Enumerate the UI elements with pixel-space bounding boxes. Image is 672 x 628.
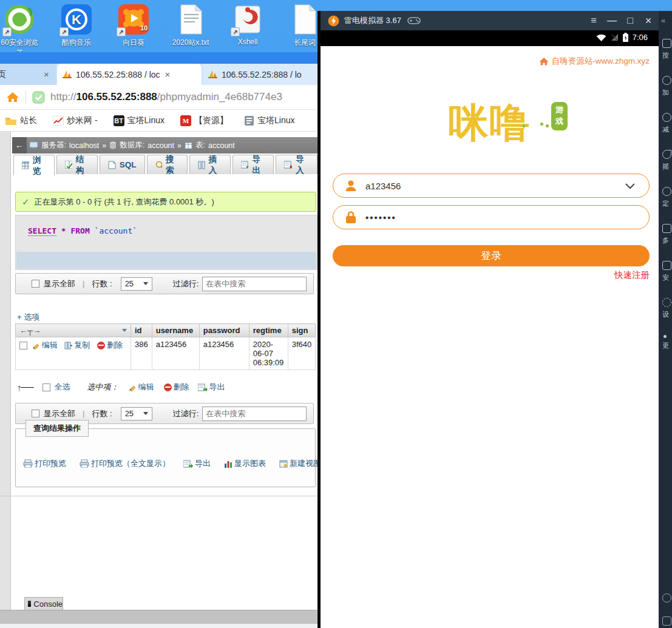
print-preview-link[interactable]: 打印预览 xyxy=(23,458,66,469)
sidebar-item-settings[interactable]: 设 xyxy=(662,298,672,319)
row-checkbox[interactable] xyxy=(19,342,27,349)
close-icon[interactable]: × xyxy=(44,69,49,79)
breadcrumb-table-link[interactable]: account xyxy=(208,141,235,150)
bookmark-baota-linux[interactable]: 宝塔Linux xyxy=(244,115,294,126)
window-minimize-button[interactable]: — xyxy=(603,15,621,26)
sidebar-item-multi-instance[interactable]: 多 xyxy=(662,224,672,245)
bookmark-bt-linux[interactable]: BT 宝塔Linux xyxy=(114,115,165,126)
filter-rows-input[interactable] xyxy=(202,277,307,291)
export-icon xyxy=(198,383,208,391)
console-toggle[interactable]: Console xyxy=(24,597,63,610)
browser-tab-3[interactable]: 106.55.52.25:888 / lo xyxy=(203,64,317,85)
select-all-link[interactable]: 全选 xyxy=(55,382,70,393)
emulator-title-bar[interactable]: 雷电模拟器 3.67 ≡ — □ × xyxy=(321,11,672,30)
quick-register-link[interactable]: 快速注册 xyxy=(614,269,650,281)
options-toggle-link[interactable]: + 选项 xyxy=(17,312,39,323)
create-view-link[interactable]: 新建视图 xyxy=(279,458,321,469)
sidebar-item-location[interactable]: 定 xyxy=(662,187,672,208)
table-header-row: ←┬→ id username password regtime sign xyxy=(16,324,316,337)
password-field[interactable]: ••••••• xyxy=(333,205,650,229)
column-header-id[interactable]: id xyxy=(131,324,152,337)
login-button[interactable]: 登录 xyxy=(333,245,650,266)
shortcut-arrow-icon: ↗ xyxy=(2,27,12,36)
table-row: 编辑 复制 删除 386 a123456 a123456 2020-06-07 … xyxy=(16,337,316,370)
sidebar-item-partial-1[interactable] xyxy=(662,593,672,603)
sidebar-item-shake[interactable]: 摇 xyxy=(662,150,672,171)
column-header-username[interactable]: username xyxy=(152,324,199,337)
show-all-checkbox[interactable] xyxy=(32,410,39,417)
selected-delete-link[interactable]: 删除 xyxy=(164,382,189,393)
content-divider xyxy=(0,496,317,496)
sidebar-item-keymap[interactable]: 按 xyxy=(662,39,672,60)
rows-select[interactable]: 25 xyxy=(121,407,152,420)
shield-safe-icon[interactable] xyxy=(32,91,45,104)
browse-icon xyxy=(22,161,29,169)
tab-sql[interactable]: SQL xyxy=(100,155,145,174)
sidebar-item-volume-down[interactable]: 减 xyxy=(662,113,672,134)
tab-import[interactable]: 导入 xyxy=(276,155,317,174)
print-preview-full-link[interactable]: 打印预览（全文显示） xyxy=(80,458,170,469)
logo-cross-decor: + xyxy=(521,121,526,131)
row-edit-link[interactable]: 编辑 xyxy=(32,340,58,351)
bookmark-ziyuan[interactable]: M 【资源】 xyxy=(180,115,228,126)
column-header-password[interactable]: password xyxy=(199,324,249,337)
desktop-icon-360browser[interactable]: ↗ 60安全浏览 器 xyxy=(0,4,46,58)
sql-query-text[interactable]: SELECT * FROM `account` xyxy=(28,226,137,235)
taskbar-strip-light xyxy=(0,624,317,628)
selected-export-link[interactable]: 导出 xyxy=(198,382,225,393)
column-header-regtime[interactable]: regtime xyxy=(249,324,288,337)
pma-tab-row: 浏览 结构 SQL 搜索 插入 导出 xyxy=(13,155,317,174)
username-field[interactable]: a123456 xyxy=(333,174,650,198)
phpmyadmin-icon xyxy=(62,70,72,79)
selected-edit-link[interactable]: 编辑 xyxy=(129,382,154,393)
kugou-music-icon: K ↗ xyxy=(61,4,92,35)
desktop-icon-txt-2020[interactable]: 2020站x.txt xyxy=(164,4,217,58)
pma-nav-strip[interactable] xyxy=(0,132,11,611)
export-link[interactable]: 导出 xyxy=(183,458,211,469)
sidebar-item-partial-2[interactable] xyxy=(662,616,672,626)
browser-tab-2-active[interactable]: 106.55.52.25:888 / loc × xyxy=(57,64,202,85)
show-all-checkbox[interactable] xyxy=(32,280,39,288)
sidebar-item-more[interactable]: 更 xyxy=(662,335,672,350)
site-link[interactable]: 自嗨资源站-www.zhgm.xyz xyxy=(539,56,650,67)
bookmark-chaomi[interactable]: 炒米网 - xyxy=(53,115,98,126)
desktop-icon-xshell[interactable]: ↗ Xshell xyxy=(221,4,274,58)
row-delete-link[interactable]: 删除 xyxy=(97,340,123,351)
delete-icon xyxy=(164,383,172,391)
tab-search[interactable]: 搜索 xyxy=(147,155,188,174)
browser-tab-1[interactable]: 页 × xyxy=(0,64,56,85)
server-icon xyxy=(29,141,38,149)
sidebar-item-install-apk[interactable]: 安 xyxy=(662,261,672,282)
chevron-down-icon[interactable] xyxy=(625,183,636,189)
sidebar-collapse-icon[interactable]: « xyxy=(661,16,665,25)
tab-insert[interactable]: 插入 xyxy=(189,155,231,174)
display-chart-link[interactable]: 显示图表 xyxy=(224,458,266,469)
rows-select[interactable]: 25 xyxy=(121,277,152,291)
url-text[interactable]: http://106.55.52.25:888/phpmyadmin_4e68b… xyxy=(50,91,282,103)
sidebar-item-volume-up[interactable]: 加 xyxy=(662,76,672,97)
query-results-operations: 查询结果操作 打印预览 打印预览（全文显示） 导出 显示图表 新建视图 xyxy=(15,428,316,487)
sort-desc-icon[interactable] xyxy=(122,329,127,332)
filter-rows-input[interactable] xyxy=(202,407,307,421)
breadcrumb-server-link[interactable]: localhost xyxy=(69,141,99,150)
tab-structure[interactable]: 结构 xyxy=(56,155,98,174)
svg-text:K: K xyxy=(72,12,81,27)
row-copy-link[interactable]: 复制 xyxy=(64,340,90,351)
window-maximize-button[interactable]: □ xyxy=(621,15,639,26)
column-header-sign[interactable]: sign xyxy=(288,324,316,337)
tab-browse[interactable]: 浏览 xyxy=(13,155,55,175)
emulator-sidebar[interactable]: « 按 加 减 摇 定 多 安 设 更 xyxy=(659,11,672,628)
desktop-icon-sunflower[interactable]: 10 ↗ 向日葵 xyxy=(107,4,160,58)
window-menu-button[interactable]: ≡ xyxy=(585,15,603,26)
action-column-header[interactable]: ←┬→ xyxy=(16,324,131,337)
tab-export[interactable]: 导出 xyxy=(232,155,274,174)
bookmark-zhanzhang[interactable]: 站长 xyxy=(5,115,37,126)
desktop-icon-kugou[interactable]: K ↗ 酷狗音乐 xyxy=(50,4,103,58)
select-all-checkbox[interactable] xyxy=(42,383,50,391)
home-icon[interactable] xyxy=(6,91,19,103)
android-status-bar: 7:06 xyxy=(321,30,659,46)
close-icon[interactable]: × xyxy=(165,69,171,79)
breadcrumb-db-link[interactable]: account xyxy=(148,141,174,150)
collapse-nav-button[interactable]: ← xyxy=(12,137,27,154)
window-close-button[interactable]: × xyxy=(639,15,657,27)
